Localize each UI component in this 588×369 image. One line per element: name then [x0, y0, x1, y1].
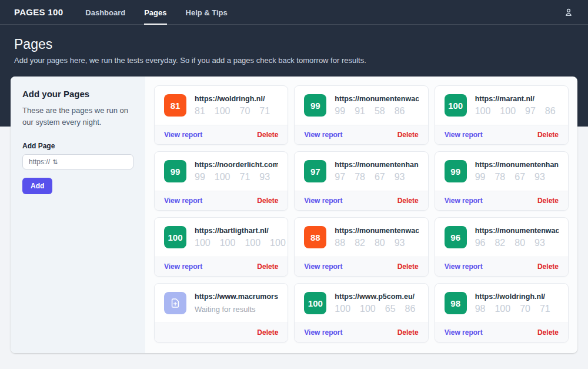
view-report-link[interactable]: View report	[304, 262, 342, 271]
score-value: 81	[195, 106, 205, 117]
waiting-text: Waiting for results	[195, 305, 278, 314]
page-card: 100https://www.p5com.eu/1001006586View r…	[294, 283, 428, 343]
view-report-link[interactable]: View report	[445, 131, 483, 139]
nav-item-help-tips[interactable]: Help & Tips	[186, 1, 228, 25]
navbar: PAGES 100 DashboardPagesHelp & Tips	[0, 0, 588, 25]
card-footer: View reportDelete	[295, 323, 427, 342]
score-value: 80	[375, 238, 385, 248]
card-body: 96https://monumentenwachtdrent…96828093	[435, 218, 568, 257]
sidebar-title: Add your Pages	[22, 89, 133, 99]
person-icon	[563, 7, 574, 18]
card-body: 100https://bartligthart.nl/100100100100	[155, 218, 288, 257]
score-value: 67	[514, 172, 525, 182]
delete-link[interactable]: Delete	[397, 131, 419, 139]
delete-link[interactable]: Delete	[397, 328, 419, 337]
view-report-link[interactable]: View report	[445, 197, 483, 205]
delete-link[interactable]: Delete	[257, 197, 278, 205]
score-value: 100	[360, 304, 376, 314]
score-badge: 100	[445, 94, 467, 117]
page-header: Pages Add your pages here, we run the te…	[0, 25, 588, 65]
add-button[interactable]: Add	[22, 178, 52, 194]
page-card: 99https://monumentenhandboek.nl/99786793…	[435, 151, 569, 211]
view-report-link[interactable]: View report	[304, 328, 342, 337]
score-badge: 99	[164, 160, 186, 182]
score-value: 78	[355, 172, 365, 182]
score-list: 100100100100	[195, 238, 278, 248]
score-value: 100	[475, 106, 491, 117]
score-value: 100	[220, 238, 236, 248]
score-value: 98	[475, 304, 486, 314]
card-footer: View reportDelete	[435, 191, 568, 210]
score-value: 100	[500, 106, 516, 117]
score-badge	[164, 292, 186, 314]
score-value: 100	[270, 238, 286, 248]
score-value: 88	[335, 238, 345, 248]
sidebar-description: These are the pages we run on our system…	[22, 105, 133, 128]
view-report-link[interactable]: View report	[164, 131, 202, 139]
card-body: 97https://monumentenhandboek.nl/97786793	[295, 152, 427, 191]
view-report-link[interactable]: View report	[164, 262, 202, 271]
card-footer: View reportDelete	[435, 125, 568, 144]
score-value: 82	[355, 238, 365, 248]
page-url: https://monumentenwachtfrysla…	[335, 227, 418, 235]
view-report-link[interactable]: View report	[304, 131, 342, 139]
card-body: 100https://marant.nl/1001009786	[435, 86, 568, 125]
page-card: 88https://monumentenwachtfrysla…88828093…	[294, 217, 428, 277]
delete-link[interactable]: Delete	[537, 262, 559, 271]
page-card: 99https://monumentenwachtflevol…99915886…	[294, 85, 428, 145]
delete-link[interactable]: Delete	[537, 328, 559, 337]
page-card: 100https://marant.nl/1001009786View repo…	[435, 85, 569, 145]
url-input-value: https://	[29, 158, 50, 166]
page-url: https://www.macrumors.com	[195, 292, 278, 301]
score-list: 981007071	[475, 304, 559, 314]
card-body: 99https://monumentenhandboek.nl/99786793	[435, 152, 568, 191]
score-value: 80	[514, 238, 525, 248]
page-url: https://woldringh.nl/	[475, 292, 559, 301]
delete-link[interactable]: Delete	[397, 197, 419, 205]
view-report-link[interactable]: View report	[445, 262, 483, 271]
card-body: 99https://noorderlicht.com/991007193	[155, 152, 288, 191]
card-body: 81https://woldringh.nl/811007071	[155, 86, 288, 125]
score-badge: 100	[304, 292, 326, 314]
page-url: https://woldringh.nl/	[195, 95, 278, 103]
card-footer: View reportDelete	[155, 257, 288, 276]
card-body: https://www.macrumors.comWaiting for res…	[155, 284, 288, 323]
scheme-spinner-icon[interactable]: ⇅	[52, 159, 58, 165]
page-card: https://www.macrumors.comWaiting for res…	[154, 283, 288, 343]
score-value: 97	[525, 106, 536, 117]
card-info: https://www.p5com.eu/1001006586	[335, 292, 418, 314]
page-card: 100https://bartligthart.nl/100100100100V…	[154, 217, 288, 277]
card-footer: View reportDelete	[435, 257, 568, 276]
score-value: 86	[405, 304, 416, 314]
delete-link[interactable]: Delete	[537, 131, 559, 139]
view-report-link[interactable]: View report	[304, 197, 342, 205]
score-value: 100	[245, 238, 260, 248]
add-page-label: Add Page	[22, 142, 133, 150]
score-list: 99915886	[335, 106, 418, 117]
view-report-link[interactable]: View report	[445, 328, 483, 337]
nav-item-dashboard[interactable]: Dashboard	[85, 1, 125, 25]
card-info: https://bartligthart.nl/100100100100	[195, 226, 278, 248]
delete-link[interactable]: Delete	[257, 328, 278, 337]
page-url: https://monumentenwachtflevol…	[335, 95, 418, 103]
page-url: https://monumentenhandboek.nl/	[335, 161, 418, 169]
card-info: https://monumentenwachtflevol…99915886	[335, 94, 418, 117]
page-card: 98https://woldringh.nl/981007071View rep…	[435, 283, 569, 343]
card-footer: View reportDelete	[295, 125, 427, 144]
score-badge: 99	[304, 94, 326, 117]
score-value: 99	[335, 106, 345, 117]
delete-link[interactable]: Delete	[397, 262, 419, 271]
main-panel: Add your Pages These are the pages we ru…	[11, 77, 577, 353]
delete-link[interactable]: Delete	[537, 197, 559, 205]
url-input[interactable]: https:// ⇅	[22, 154, 133, 169]
delete-link[interactable]: Delete	[257, 262, 278, 271]
score-value: 93	[534, 172, 545, 182]
cards-grid: 81https://woldringh.nl/811007071View rep…	[145, 77, 577, 353]
score-badge: 97	[304, 160, 326, 182]
card-body: 88https://monumentenwachtfrysla…88828093	[295, 218, 427, 257]
delete-link[interactable]: Delete	[257, 131, 278, 139]
score-value: 82	[495, 238, 505, 248]
view-report-link[interactable]: View report	[164, 197, 202, 205]
user-profile-button[interactable]	[563, 7, 574, 18]
nav-item-pages[interactable]: Pages	[144, 1, 166, 25]
